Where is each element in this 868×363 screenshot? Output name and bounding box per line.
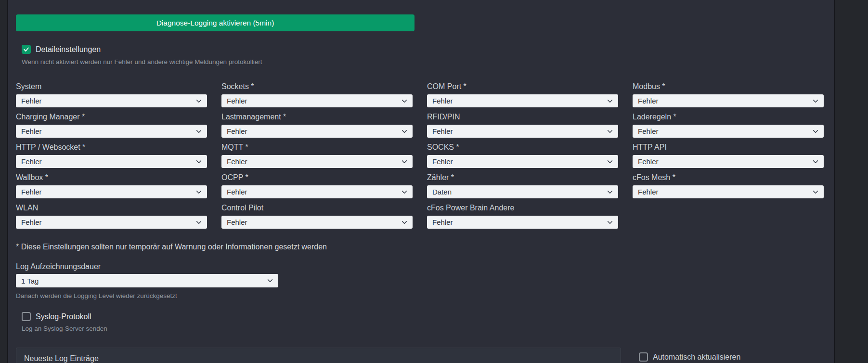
chevron-down-icon [607, 98, 613, 104]
log-level-select[interactable]: Fehler [427, 125, 618, 138]
syslog-label[interactable]: Syslog-Protokoll [36, 312, 91, 321]
auto-refresh-checkbox[interactable] [639, 352, 648, 362]
log-level-field: cFos Mesh * Fehler [633, 173, 824, 203]
log-level-select[interactable]: Fehler [16, 155, 207, 168]
log-level-field: Charging Manager * Fehler [16, 112, 207, 143]
chevron-down-icon [401, 219, 408, 226]
auto-refresh-label[interactable]: Automatisch aktualisieren [653, 353, 740, 362]
chevron-down-icon [607, 219, 613, 226]
log-level-field-label: HTTP / Websocket * [16, 143, 207, 152]
log-level-field-label: Lastmanagement * [221, 112, 413, 121]
log-level-select[interactable]: Fehler [633, 125, 824, 138]
log-level-select-value: Daten [432, 188, 607, 196]
log-level-field: HTTP / Websocket * Fehler [16, 143, 207, 173]
chevron-down-icon [401, 189, 408, 195]
log-level-select[interactable]: Fehler [16, 125, 207, 138]
log-level-field: COM Port * Fehler [427, 82, 618, 112]
log-level-field-label: WLAN [16, 203, 207, 212]
log-duration-select[interactable]: 1 Tag [16, 274, 278, 287]
log-level-field: Sockets * Fehler [221, 82, 413, 112]
log-level-select[interactable]: Fehler [221, 216, 413, 229]
chevron-down-icon [812, 189, 819, 195]
log-level-field: HTTP API Fehler [633, 143, 824, 173]
log-level-field-label: System [16, 82, 207, 91]
log-duration-label: Log Aufzeichnungsdauer [16, 262, 834, 271]
log-level-select-value: Fehler [21, 127, 195, 135]
log-level-field: Wallbox * Fehler [16, 173, 207, 203]
chevron-down-icon [195, 189, 202, 195]
log-level-field: Zähler * Daten [427, 173, 618, 203]
log-level-select-value: Fehler [638, 127, 812, 135]
log-duration-section: Log Aufzeichnungsdauer 1 Tag Danach werd… [16, 262, 834, 299]
log-level-select-value: Fehler [21, 218, 195, 226]
log-level-field-label: SOCKS * [427, 143, 618, 152]
log-level-select-value: Fehler [638, 97, 812, 105]
log-level-select-value: Fehler [432, 218, 607, 226]
chevron-down-icon [195, 158, 202, 165]
log-level-select[interactable]: Fehler [221, 155, 413, 168]
log-level-select[interactable]: Fehler [427, 94, 618, 107]
log-level-field: System Fehler [16, 82, 207, 112]
log-level-field-label: HTTP API [633, 143, 824, 152]
log-level-field: cFos Power Brain Andere Fehler [427, 203, 618, 233]
log-level-field: Control Pilot Fehler [221, 203, 413, 233]
log-duration-value: 1 Tag [21, 277, 267, 285]
syslog-section: Syslog-Protokoll Log an Syslog-Server se… [22, 312, 834, 332]
log-level-grid: System Fehler Sockets * Fehler COM Port … [16, 82, 834, 233]
detail-settings-checkbox[interactable] [22, 45, 31, 54]
log-level-select[interactable]: Fehler [16, 216, 207, 229]
chevron-down-icon [195, 219, 202, 226]
detail-settings-section: Detaileinstellungen Wenn nicht aktiviert… [22, 45, 834, 65]
log-level-select-value: Fehler [227, 157, 401, 166]
log-level-field: RFID/PIN Fehler [427, 112, 618, 143]
log-level-select[interactable]: Fehler [16, 185, 207, 198]
log-level-select[interactable]: Daten [427, 185, 618, 198]
chevron-down-icon [401, 128, 408, 135]
log-level-select-value: Fehler [21, 188, 195, 196]
page-left-edge [0, 0, 8, 363]
log-level-field-label: Charging Manager * [16, 112, 207, 121]
log-level-select-value: Fehler [432, 97, 607, 105]
log-level-field-label: Sockets * [221, 82, 413, 91]
log-level-select[interactable]: Fehler [427, 216, 618, 229]
log-level-field: SOCKS * Fehler [427, 143, 618, 173]
log-level-select[interactable]: Fehler [221, 185, 413, 198]
chevron-down-icon [812, 128, 819, 135]
auto-refresh-row: Automatisch aktualisieren [639, 352, 740, 362]
chevron-down-icon [195, 98, 202, 104]
log-level-select-value: Fehler [21, 157, 195, 166]
chevron-down-icon [607, 158, 613, 165]
log-level-select[interactable]: Fehler [16, 94, 207, 107]
log-level-select[interactable]: Fehler [633, 185, 824, 198]
log-level-field-label: Wallbox * [16, 173, 207, 182]
log-level-select-value: Fehler [21, 97, 195, 105]
chevron-down-icon [607, 189, 613, 195]
log-level-select-value: Fehler [227, 97, 401, 105]
log-level-field: MQTT * Fehler [221, 143, 413, 173]
log-level-field-label: OCPP * [221, 173, 413, 182]
log-level-select-value: Fehler [432, 157, 607, 166]
log-level-field-label: Modbus * [633, 82, 824, 91]
chevron-down-icon [267, 277, 273, 284]
log-level-field-label: RFID/PIN [427, 112, 618, 121]
activate-diagnose-logging-button[interactable]: Diagnose-Logging aktivieren (5min) [16, 14, 415, 31]
log-level-select-value: Fehler [638, 188, 812, 196]
detail-settings-label[interactable]: Detaileinstellungen [36, 45, 101, 54]
log-output-row: Neueste Log Einträge Automatisch aktuali… [16, 348, 834, 363]
log-level-select[interactable]: Fehler [427, 155, 618, 168]
detail-settings-hint: Wenn nicht aktiviert werden nur Fehler u… [22, 58, 834, 65]
log-level-select[interactable]: Fehler [633, 155, 824, 168]
syslog-checkbox[interactable] [22, 312, 31, 321]
chevron-down-icon [812, 98, 819, 104]
log-level-field-label: MQTT * [221, 143, 413, 152]
log-level-field-label: COM Port * [427, 82, 618, 91]
log-level-field: OCPP * Fehler [221, 173, 413, 203]
log-duration-hint: Danach werden die Logging Level wieder z… [16, 292, 834, 299]
log-level-select[interactable]: Fehler [221, 125, 413, 138]
log-level-field-label: Control Pilot [221, 203, 413, 212]
syslog-hint: Log an Syslog-Server senden [22, 325, 834, 332]
log-level-select[interactable]: Fehler [221, 94, 413, 107]
chevron-down-icon [812, 158, 819, 165]
log-level-select[interactable]: Fehler [633, 94, 824, 107]
log-level-field-label: Zähler * [427, 173, 618, 182]
